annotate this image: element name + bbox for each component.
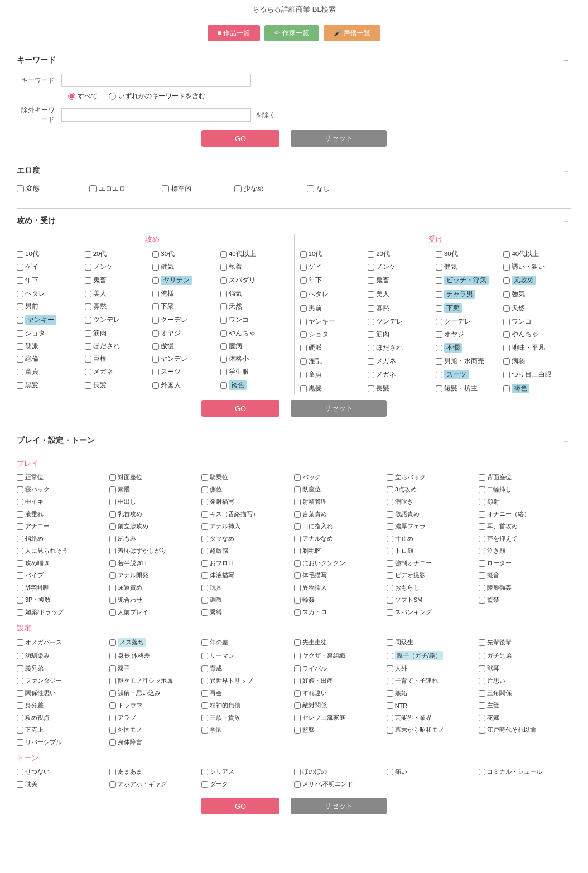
seme-cb-12[interactable]: [17, 291, 23, 297]
seme-cb-40[interactable]: [17, 382, 23, 389]
play-cb-23[interactable]: [479, 511, 485, 518]
play-cb-59[interactable]: [479, 585, 485, 591]
uke-cb-38[interactable]: [436, 372, 442, 378]
play-cb-52[interactable]: [387, 572, 393, 579]
uke-cb-6[interactable]: [436, 264, 442, 271]
seme-cb-26[interactable]: [152, 330, 159, 337]
play-cb-34[interactable]: [387, 536, 393, 542]
setting-cb-17[interactable]: [479, 665, 485, 672]
play-cb-54[interactable]: [17, 585, 23, 591]
setting-cb-0[interactable]: [17, 639, 23, 646]
tone-cb-4[interactable]: [387, 769, 393, 775]
tone-cb-2[interactable]: [201, 769, 208, 775]
uke-cb-34[interactable]: [436, 358, 442, 365]
play-cb-44[interactable]: [201, 560, 208, 567]
seme-cb-10[interactable]: [152, 277, 159, 284]
uke-cb-42[interactable]: [436, 385, 442, 392]
play-cb-41[interactable]: [479, 548, 485, 554]
radio-any-input[interactable]: [109, 93, 116, 100]
uke-cb-4[interactable]: [300, 264, 307, 271]
uke-cb-36[interactable]: [300, 372, 307, 378]
seme-cb-14[interactable]: [152, 291, 159, 297]
uke-cb-2[interactable]: [436, 251, 442, 258]
seme-cb-21[interactable]: [85, 317, 91, 324]
seme-cb-5[interactable]: [85, 264, 91, 271]
setting-cb-18[interactable]: [17, 678, 23, 684]
tone-cb-8[interactable]: [201, 781, 208, 788]
erodo-cb-1[interactable]: [89, 185, 97, 192]
play-cb-40[interactable]: [387, 548, 393, 554]
play-cb-38[interactable]: [201, 548, 208, 554]
setting-cb-28[interactable]: [387, 690, 393, 697]
play-cb-13[interactable]: [109, 499, 116, 505]
seme-cb-24[interactable]: [17, 330, 23, 337]
play-cb-36[interactable]: [17, 548, 23, 554]
radio-all-input[interactable]: [68, 93, 75, 100]
seme-cb-7[interactable]: [220, 264, 227, 271]
uke-cb-17[interactable]: [368, 305, 374, 312]
play-cb-15[interactable]: [294, 499, 301, 505]
play-cb-33[interactable]: [294, 536, 301, 542]
uke-cb-39[interactable]: [503, 372, 510, 378]
setting-cb-34[interactable]: [387, 702, 393, 709]
play-cb-70[interactable]: [387, 609, 393, 616]
play-cb-69[interactable]: [294, 609, 301, 616]
uke-cb-43[interactable]: [503, 385, 510, 392]
keyword-section-header[interactable]: キーワード －: [17, 48, 571, 70]
play-cb-24[interactable]: [17, 523, 23, 530]
play-cb-57[interactable]: [294, 585, 301, 591]
setting-cb-3[interactable]: [294, 639, 301, 646]
seme-cb-4[interactable]: [17, 264, 23, 271]
setting-cb-37[interactable]: [109, 715, 116, 721]
seme-uke-reset-button[interactable]: リセット: [291, 400, 387, 417]
play-cb-47[interactable]: [479, 560, 485, 567]
setting-cb-9[interactable]: [294, 653, 301, 659]
setting-cb-1[interactable]: [109, 639, 116, 646]
play-cb-39[interactable]: [294, 548, 301, 554]
play-cb-12[interactable]: [17, 499, 23, 505]
uke-cb-15[interactable]: [503, 291, 510, 298]
uke-cb-8[interactable]: [300, 277, 307, 284]
uke-cb-26[interactable]: [436, 331, 442, 338]
setting-cb-46[interactable]: [387, 727, 393, 734]
play-cb-67[interactable]: [109, 609, 116, 616]
setting-cb-6[interactable]: [17, 653, 23, 659]
play-cb-62[interactable]: [201, 597, 208, 604]
uke-cb-10[interactable]: [436, 277, 442, 284]
play-cb-7[interactable]: [109, 486, 116, 493]
uke-cb-13[interactable]: [368, 291, 374, 298]
uke-cb-25[interactable]: [368, 331, 374, 338]
erodo-collapse-icon[interactable]: －: [561, 164, 571, 177]
seme-cb-22[interactable]: [152, 317, 159, 324]
uke-cb-16[interactable]: [300, 305, 307, 312]
seme-uke-go-button[interactable]: GO: [201, 400, 279, 417]
setting-cb-45[interactable]: [294, 727, 301, 734]
play-cb-68[interactable]: [201, 609, 208, 616]
setting-cb-14[interactable]: [201, 665, 208, 672]
play-cb-48[interactable]: [17, 572, 23, 579]
seme-cb-39[interactable]: [220, 369, 227, 375]
uke-cb-20[interactable]: [300, 319, 307, 325]
setting-cb-42[interactable]: [17, 727, 23, 734]
play-cb-4[interactable]: [387, 474, 393, 481]
seme-cb-3[interactable]: [220, 251, 227, 258]
setting-cb-22[interactable]: [387, 678, 393, 684]
setting-cb-32[interactable]: [201, 702, 208, 709]
play-cb-56[interactable]: [201, 585, 208, 591]
play-cb-25[interactable]: [109, 523, 116, 530]
keyword-go-button[interactable]: GO: [201, 130, 279, 147]
uke-cb-7[interactable]: [503, 264, 510, 271]
seme-cb-13[interactable]: [85, 291, 91, 297]
play-section-header[interactable]: プレイ・設定・トーン －: [17, 428, 571, 451]
radio-any[interactable]: いずれかのキーワードを含む: [109, 91, 205, 101]
keyword-input[interactable]: [61, 74, 251, 87]
setting-cb-38[interactable]: [201, 715, 208, 721]
uke-cb-9[interactable]: [368, 277, 374, 284]
play-cb-26[interactable]: [201, 523, 208, 530]
uke-cb-32[interactable]: [300, 358, 307, 365]
seme-cb-28[interactable]: [17, 343, 23, 350]
play-cb-51[interactable]: [294, 572, 301, 579]
play-cb-45[interactable]: [294, 560, 301, 567]
seme-cb-11[interactable]: [220, 277, 227, 284]
setting-cb-30[interactable]: [17, 702, 23, 709]
